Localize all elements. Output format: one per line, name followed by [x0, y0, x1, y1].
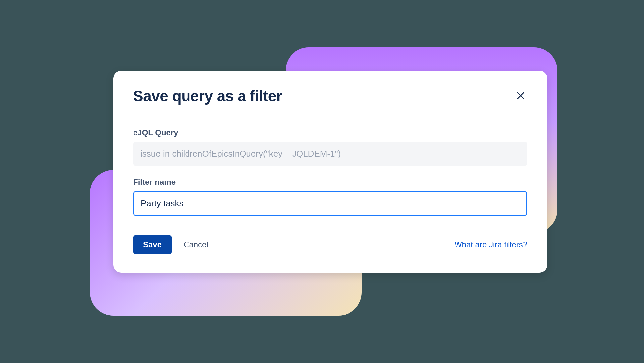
ejql-query-label: eJQL Query	[133, 128, 527, 137]
ejql-query-value: issue in childrenOfEpicsInQuery("key = J…	[133, 142, 527, 166]
save-button[interactable]: Save	[133, 235, 172, 254]
filter-name-input[interactable]	[133, 191, 527, 216]
help-link[interactable]: What are Jira filters?	[455, 240, 527, 249]
save-filter-modal: Save query as a filter eJQL Query issue …	[113, 71, 547, 273]
cancel-button[interactable]: Cancel	[184, 240, 208, 249]
filter-name-label: Filter name	[133, 178, 527, 187]
close-icon[interactable]	[514, 89, 527, 102]
modal-title: Save query as a filter	[133, 87, 282, 105]
